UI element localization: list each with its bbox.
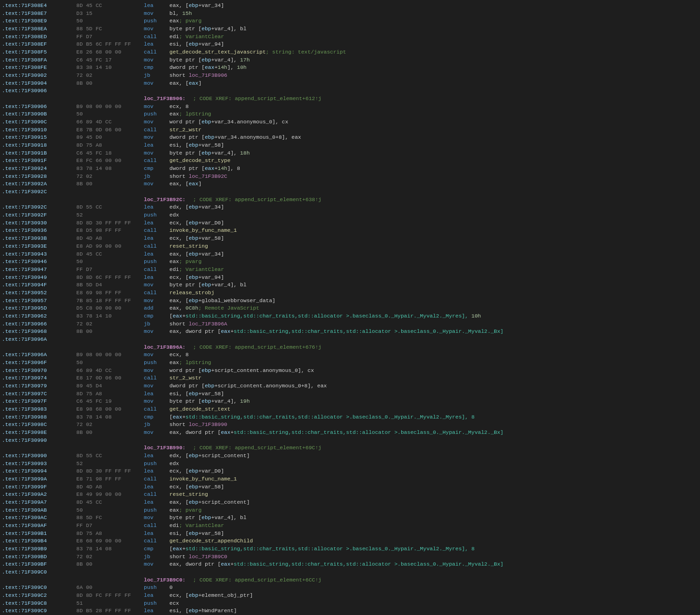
bytes: 72 02 [76,553,144,561]
table-row: .text:71F3093B8D 4D A8leaecx, [ebp+var_5… [0,235,700,243]
bytes: E8 68 69 00 00 [76,537,144,545]
bytes: 8B 00 [76,328,144,336]
table-row: loc_71F3B92C:; CODE XREF: append_script_… [0,196,700,204]
bytes: 8D B5 6C FF FF FF [76,41,144,48]
operands: eax, 0C8h [169,304,198,312]
table-row: .text:71F309A2E8 49 99 00 00callreset_st… [0,491,700,499]
label-name: loc_71F3B9C0: [144,576,186,584]
operands: edi [169,522,179,530]
table-row: .text:71F3092F52pushedx [0,211,700,219]
address: .text:71F30966 [2,320,76,328]
mnemonic: call [144,33,169,41]
mnemonic: lea [144,203,169,211]
mnemonic: lea [144,390,169,398]
bytes [76,87,144,95]
table-row: .text:71F3096AB9 08 00 00 00movecx, 8 [0,351,700,359]
code-lines: .text:71F308E48D 45 CCleaeax, [ebp+var_3… [0,2,700,615]
xref-comment: ; CODE XREF: append_script_element+6CC↑j [193,576,322,584]
table-row: .text:71F309048B 00moveax, [eax] [0,80,700,88]
label-indent [2,444,144,452]
address: .text:71F3092A [2,180,76,188]
operands: eax, dword ptr [eax+std::basic_string,st… [169,328,504,336]
bytes [76,336,144,344]
bytes [76,188,144,196]
mnemonic: push [144,258,169,266]
table-row: .text:71F3098C72 02jbshort loc_71F3B990 [0,421,700,429]
mnemonic: cmp [144,165,169,173]
table-row: .text:71F309C06A 00push0 [0,584,700,592]
operands: esi, [ebp+var_58] [169,142,224,149]
bytes: 8D 8D FC FF FF FF [76,592,144,600]
mnemonic: mov [144,25,169,33]
mnemonic: push [144,17,169,25]
mnemonic: call [144,491,169,499]
bytes: 8D 55 CC [76,452,144,460]
operands: eax, [ebp+script_content] [169,499,250,507]
address: .text:71F309BD [2,553,76,561]
operands: byte ptr [ebp+var_4], 19h [169,398,250,405]
table-row: .text:71F3092A8B 00moveax, [eax] [0,180,700,188]
mnemonic: lea [144,499,169,507]
address: .text:71F30943 [2,250,76,258]
bytes: 83 78 14 08 [76,413,144,421]
bytes: 8D B5 28 FF FF FF [76,607,144,615]
bytes: 8D 45 CC [76,250,144,258]
mnemonic: push [144,110,169,118]
table-row: loc_71F3B990:; CODE XREF: append_script_… [0,444,700,452]
address: .text:71F3092C [2,203,76,211]
mnemonic: lea [144,483,169,491]
mnemonic: lea [144,607,169,615]
mnemonic: call [144,405,169,413]
mnemonic: jb [144,173,169,181]
mnemonic: lea [144,142,169,149]
address: .text:71F309C0 [2,584,76,592]
operands: short loc_71F3B990 [169,421,227,429]
bytes: 83 38 14 10 [76,64,144,72]
address: .text:71F3093E [2,243,76,250]
label-indent [2,576,144,584]
bytes: 8D 55 CC [76,203,144,211]
operands: byte ptr [ebp+var_4], 18h [169,149,250,157]
table-row: .text:71F308EA88 5D FCmovbyte ptr [ebp+v… [0,25,700,33]
mnemonic: jb [144,553,169,561]
table-row: .text:71F30936E8 D5 98 FF FFcallinvoke_b… [0,227,700,235]
mnemonic: push [144,507,169,514]
table-row: .text:71F309C98D B5 28 FF FF FFleaesi, [… [0,607,700,615]
table-row: .text:71F3093EE8 AD 99 00 00callreset_st… [0,243,700,250]
table-row: .text:71F30983E8 98 68 00 00callget_deco… [0,405,700,413]
table-row: .text:71F3092483 78 14 08cmpdword ptr [e… [0,165,700,173]
bytes: 8D 75 A8 [76,390,144,398]
mnemonic: lea [144,467,169,475]
mnemonic: mov [144,367,169,375]
label-name: loc_71F3B92C: [144,196,186,204]
address: .text:71F30970 [2,367,76,375]
address: .text:71F3096F [2,359,76,367]
bytes: 89 45 D0 [76,134,144,142]
table-row: .text:71F309498D 8D 6C FF FF FFleaecx, [… [0,274,700,282]
address: .text:71F30918 [2,142,76,149]
address: .text:71F30990 [2,452,76,460]
address: .text:71F309BF [2,561,76,568]
address: .text:71F3096A [2,351,76,359]
bytes: E8 17 0D 06 00 [76,374,144,382]
mnemonic: mov [144,297,169,305]
address: .text:71F309A2 [2,491,76,499]
mnemonic: cmp [144,545,169,553]
table-row: .text:71F3090B50pusheax ; lpString [0,110,700,118]
address: .text:71F3090C [2,118,76,126]
address: .text:71F3092F [2,211,76,219]
mnemonic: mov [144,328,169,336]
mnemonic: call [144,537,169,545]
address: .text:71F30915 [2,134,76,142]
operands: invoke_by_func_name_1 [169,227,237,235]
address: .text:71F30983 [2,405,76,413]
operands: get_decode_str_type [169,157,230,165]
operands: ecx, 8 [169,351,188,359]
mnemonic: push [144,460,169,468]
address: .text:71F309AC [2,514,76,522]
operands: dword ptr [eax+14h], 10h [169,64,247,72]
operands: eax, [ebp+global_webbrowser_data] [169,297,276,305]
address: .text:71F308F5 [2,48,76,56]
table-row: .text:71F308E7D3 15movbl, 15h [0,10,700,18]
operands: ecx, 8 [169,103,188,111]
